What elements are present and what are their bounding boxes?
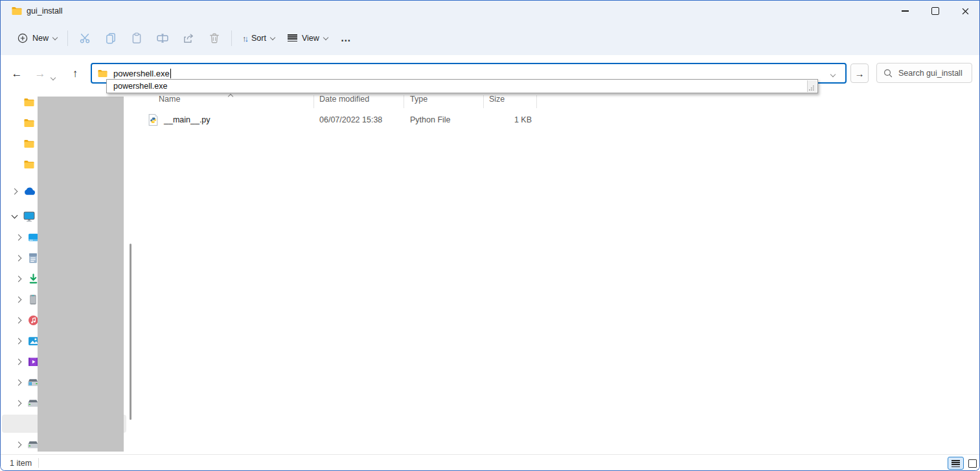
column-divider[interactable]	[536, 95, 537, 108]
folder-icon	[23, 117, 36, 130]
share-button[interactable]	[176, 27, 201, 50]
cut-button[interactable]	[72, 27, 98, 50]
large-icons-view-icon	[968, 459, 977, 468]
chevron-down-icon	[830, 72, 836, 77]
back-arrow-icon: ←	[12, 67, 23, 80]
rename-icon	[157, 32, 168, 44]
column-divider[interactable]	[313, 95, 314, 108]
expand-chevron-icon[interactable]	[14, 380, 23, 385]
column-divider[interactable]	[404, 95, 404, 108]
view-button-label: View	[302, 34, 319, 43]
text-caret	[170, 69, 171, 78]
folder-icon	[97, 69, 108, 78]
expand-chevron-icon[interactable]	[14, 339, 23, 343]
cut-icon	[79, 32, 91, 44]
minimize-button[interactable]	[890, 1, 920, 21]
forward-arrow-icon: →	[35, 67, 46, 80]
search-input-placeholder[interactable]: Search gui_install	[898, 69, 963, 78]
folder-icon	[23, 158, 36, 171]
file-name[interactable]: __main__.py	[164, 115, 211, 124]
forward-button[interactable]: →	[30, 64, 50, 84]
grip-dots-icon	[808, 80, 815, 91]
paste-button[interactable]	[124, 27, 150, 50]
folder-icon	[23, 137, 36, 150]
delete-icon	[209, 32, 220, 44]
folder-icon	[11, 6, 23, 16]
search-box[interactable]: Search gui_install	[876, 63, 972, 83]
suggestion-item[interactable]: powershell.exe	[107, 82, 817, 91]
file-date-modified: 06/07/2022 15:38	[319, 115, 382, 124]
collapse-chevron-icon[interactable]	[10, 215, 19, 218]
column-divider[interactable]	[483, 95, 484, 108]
chevron-down-icon	[52, 34, 58, 40]
close-icon	[962, 8, 969, 15]
view-button[interactable]: View	[281, 27, 334, 49]
see-more-button[interactable]: …	[334, 27, 358, 49]
expand-chevron-icon[interactable]	[14, 318, 23, 323]
expand-chevron-icon[interactable]	[14, 360, 23, 364]
sort-button[interactable]: ↑↓ Sort	[236, 27, 281, 49]
sort-arrows-icon: ↑↓	[242, 34, 247, 43]
item-count: 1 item	[10, 459, 32, 468]
file-list-panel: Name Date modified Type Size __main__.py…	[135, 91, 980, 454]
recent-locations-button[interactable]	[51, 71, 55, 82]
close-button[interactable]	[950, 1, 980, 21]
toolbar-divider	[231, 30, 232, 46]
back-button[interactable]: ←	[7, 64, 27, 84]
expand-chevron-icon[interactable]	[14, 442, 23, 447]
redacted-labels-block	[38, 97, 124, 452]
toolbar-divider	[67, 30, 68, 46]
window-title: gui_install	[27, 6, 63, 16]
column-header-name[interactable]: Name	[159, 95, 180, 104]
ellipsis-icon: …	[341, 32, 351, 44]
status-divider	[38, 458, 39, 468]
address-suggestion-dropdown: powershell.exe	[106, 79, 818, 93]
go-arrow-icon: →	[855, 68, 865, 79]
up-button[interactable]: ↑	[65, 64, 85, 84]
copy-button[interactable]	[98, 27, 124, 50]
chevron-down-icon	[51, 75, 56, 80]
details-view-icon	[952, 460, 960, 467]
new-button-label: New	[32, 34, 49, 43]
sidebar-scrollbar[interactable]	[130, 244, 131, 420]
address-dropdown-button[interactable]	[831, 67, 835, 79]
onedrive-cloud-icon	[23, 185, 36, 198]
expand-chevron-icon[interactable]	[14, 277, 23, 281]
expand-chevron-icon[interactable]	[10, 189, 19, 194]
file-row[interactable]: __main__.py 06/07/2022 15:38 Python File…	[135, 112, 550, 128]
view-lines-icon	[288, 34, 297, 42]
plus-circle-icon	[17, 33, 28, 43]
rename-button[interactable]	[150, 27, 176, 50]
new-button[interactable]: New	[11, 27, 63, 49]
file-type: Python File	[410, 115, 451, 124]
large-icons-view-button[interactable]	[966, 457, 978, 469]
go-button[interactable]: →	[850, 63, 869, 83]
file-explorer-window: gui_install New	[0, 0, 980, 471]
resize-grip[interactable]	[807, 80, 817, 92]
title-bar: gui_install	[1, 1, 979, 21]
paste-icon	[131, 32, 142, 44]
folder-icon	[23, 96, 36, 109]
expand-chevron-icon[interactable]	[14, 297, 23, 302]
column-header-size[interactable]: Size	[489, 95, 505, 104]
expand-chevron-icon[interactable]	[14, 401, 23, 406]
this-pc-icon	[23, 210, 36, 223]
expand-chevron-icon[interactable]	[14, 235, 23, 240]
navigation-sidebar	[1, 91, 135, 454]
column-header-type[interactable]: Type	[410, 95, 427, 104]
column-header-date-modified[interactable]: Date modified	[319, 95, 369, 104]
sort-button-label: Sort	[251, 34, 266, 43]
details-view-button[interactable]	[948, 457, 964, 470]
chevron-down-icon	[323, 34, 328, 40]
maximize-button[interactable]	[920, 1, 950, 21]
search-icon	[883, 69, 893, 78]
expand-chevron-icon[interactable]	[14, 256, 23, 260]
file-size: 1 KB	[483, 115, 532, 124]
up-arrow-icon: ↑	[73, 67, 78, 80]
minimize-icon	[902, 10, 909, 11]
status-bar: 1 item	[1, 454, 979, 471]
python-file-icon	[148, 114, 158, 126]
address-input[interactable]: powershell.exe	[113, 69, 170, 78]
delete-button[interactable]	[201, 27, 227, 50]
chevron-down-icon	[270, 34, 275, 40]
